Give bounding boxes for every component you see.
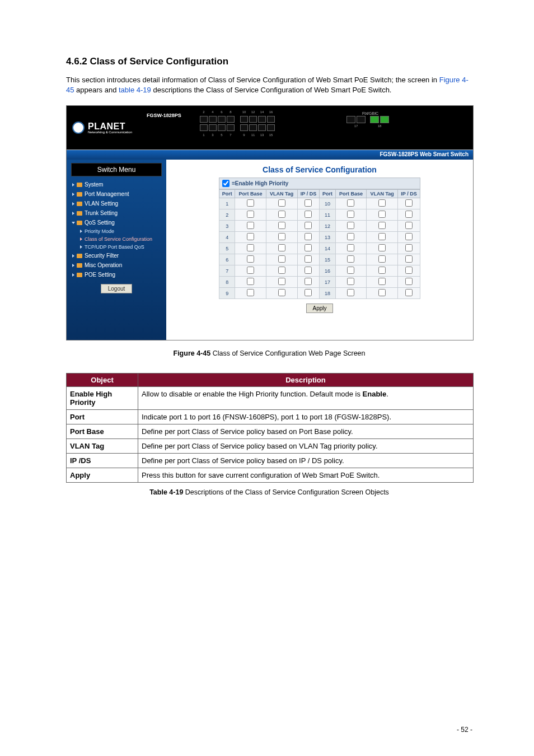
cos-checkbox[interactable] <box>247 267 254 274</box>
cos-checkbox[interactable] <box>405 267 413 274</box>
port-number: 15 <box>320 254 335 265</box>
desc-text: Define per port Class of Service policy … <box>138 424 474 439</box>
port-number: 11 <box>320 209 335 221</box>
cos-checkbox[interactable] <box>247 244 254 251</box>
cos-checkbox[interactable] <box>347 278 354 285</box>
cos-checkbox[interactable] <box>278 289 285 296</box>
cos-checkbox[interactable] <box>405 244 413 251</box>
sidebar-item-qos-setting[interactable]: QoS Setting <box>67 218 166 227</box>
cos-checkbox[interactable] <box>247 199 254 207</box>
enable-high-priority-row: =Enable High Priority <box>219 178 420 189</box>
cos-checkbox[interactable] <box>378 233 386 240</box>
menu-header: Switch Menu <box>71 163 162 176</box>
cos-checkbox[interactable] <box>247 278 254 285</box>
cos-checkbox[interactable] <box>247 211 254 218</box>
port-number: 10 <box>320 198 335 209</box>
table-caption-text: Descriptions of the Class of Service Con… <box>183 488 389 496</box>
cos-checkbox[interactable] <box>347 233 354 240</box>
cos-checkbox[interactable] <box>305 199 312 207</box>
cos-checkbox[interactable] <box>405 255 413 263</box>
cos-checkbox[interactable] <box>247 222 254 229</box>
table-row: 110 <box>219 198 420 209</box>
cos-checkbox[interactable] <box>347 255 354 263</box>
desc-text: Define per port Class of Service policy … <box>138 439 474 454</box>
section-heading: 4.6.2 Class of Service Configuration <box>66 56 472 67</box>
cos-checkbox[interactable] <box>378 222 386 229</box>
port-number: 1 <box>219 198 235 209</box>
col-ip-ds-r: IP / DS <box>397 190 420 198</box>
cos-checkbox[interactable] <box>347 222 354 229</box>
cos-checkbox[interactable] <box>405 211 413 218</box>
folder-icon <box>77 263 82 268</box>
col-vlan-tag: VLAN Tag <box>266 190 297 198</box>
cos-checkbox[interactable] <box>378 289 386 296</box>
intro-text-2: appears and <box>74 86 119 94</box>
cos-checkbox[interactable] <box>378 255 386 263</box>
cos-checkbox[interactable] <box>405 199 413 207</box>
sidebar-item-security-filter[interactable]: Security Filter <box>67 251 166 260</box>
cos-checkbox[interactable] <box>405 278 413 285</box>
cos-checkbox[interactable] <box>305 255 312 263</box>
table-row: VLAN Tag Define per port Class of Servic… <box>67 439 474 454</box>
cos-checkbox[interactable] <box>378 278 386 285</box>
folder-icon <box>77 183 82 187</box>
port-diagram: 21 43 65 87 109 1211 1413 1615 <box>200 110 275 137</box>
port-number: 13 <box>320 232 335 243</box>
cos-config-table: Port Port Base VLAN Tag IP / DS Port Por… <box>219 189 420 299</box>
cos-checkbox[interactable] <box>278 233 285 240</box>
sidebar-item-vlan-setting[interactable]: VLAN Setting <box>67 199 166 208</box>
cos-checkbox[interactable] <box>247 255 254 263</box>
sidebar-sub-cos-config[interactable]: Class of Service Configuration <box>67 235 166 243</box>
cos-checkbox[interactable] <box>347 267 354 274</box>
desc-obj: IP /DS <box>67 454 138 468</box>
cos-checkbox[interactable] <box>347 199 354 207</box>
port-number: 2 <box>219 209 235 221</box>
cos-checkbox[interactable] <box>405 289 413 296</box>
cos-checkbox[interactable] <box>247 233 254 240</box>
enable-high-priority-checkbox[interactable] <box>222 180 229 187</box>
sidebar-item-port-management[interactable]: Port Management <box>67 189 166 199</box>
logout-button[interactable]: Logout <box>101 284 132 293</box>
cos-checkbox[interactable] <box>347 211 354 218</box>
cos-checkbox[interactable] <box>278 267 285 274</box>
cos-checkbox[interactable] <box>247 289 254 296</box>
cos-checkbox[interactable] <box>305 233 312 240</box>
cos-checkbox[interactable] <box>405 233 413 240</box>
table-row: 312 <box>219 221 420 232</box>
sidebar-item-system[interactable]: System <box>67 180 166 189</box>
intro-text-1: This section introduces detail informati… <box>66 76 439 84</box>
folder-icon <box>77 254 82 258</box>
port-number: 4 <box>219 232 235 243</box>
cos-checkbox[interactable] <box>405 222 413 229</box>
cos-checkbox[interactable] <box>305 244 312 251</box>
cos-checkbox[interactable] <box>278 244 285 251</box>
cos-checkbox[interactable] <box>378 211 386 218</box>
apply-button[interactable]: Apply <box>306 304 332 313</box>
desc-obj: VLAN Tag <box>67 439 138 454</box>
cos-checkbox[interactable] <box>378 244 386 251</box>
sidebar-item-misc-operation[interactable]: Misc Operation <box>67 260 166 270</box>
logo: PLANET Networking & Communication <box>72 122 132 134</box>
sidebar-item-poe-setting[interactable]: POE Setting <box>67 270 166 279</box>
sidebar-item-trunk-setting[interactable]: Trunk Setting <box>67 208 166 218</box>
device-topbar: PLANET Networking & Communication FGSW-1… <box>67 106 473 150</box>
cos-checkbox[interactable] <box>305 267 312 274</box>
cos-checkbox[interactable] <box>278 211 285 218</box>
cos-checkbox[interactable] <box>305 211 312 218</box>
cos-checkbox[interactable] <box>278 278 285 285</box>
cos-checkbox[interactable] <box>378 267 386 274</box>
sidebar-sub-tcpudp-qos[interactable]: TCP/UDP Port Based QoS <box>67 243 166 251</box>
col-port-base-r: Port Base <box>335 190 366 198</box>
sidebar-sub-priority-mode[interactable]: Priority Mode <box>67 227 166 235</box>
table-link[interactable]: table 4-19 <box>119 86 151 94</box>
cos-checkbox[interactable] <box>378 199 386 207</box>
cos-checkbox[interactable] <box>347 289 354 296</box>
screenshot-figure: PLANET Networking & Communication FGSW-1… <box>66 105 474 340</box>
cos-checkbox[interactable] <box>305 222 312 229</box>
cos-checkbox[interactable] <box>347 244 354 251</box>
cos-checkbox[interactable] <box>305 289 312 296</box>
cos-checkbox[interactable] <box>278 255 285 263</box>
cos-checkbox[interactable] <box>278 199 285 207</box>
cos-checkbox[interactable] <box>278 222 285 229</box>
cos-checkbox[interactable] <box>305 278 312 285</box>
